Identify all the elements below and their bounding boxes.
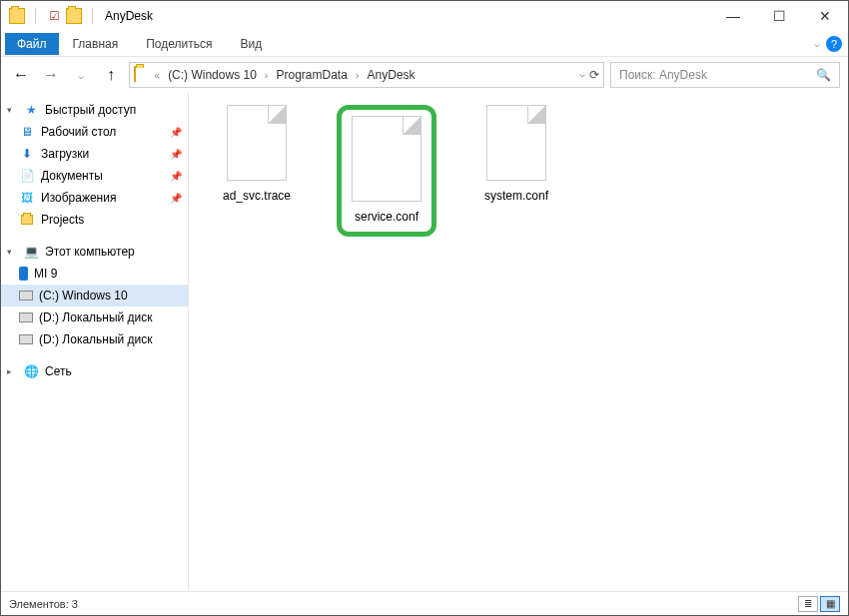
sidebar-item-label: (C:) Windows 10 — [39, 289, 128, 303]
explorer-window: ☑ AnyDesk — ☐ ✕ Файл Главная Поделиться … — [0, 0, 849, 616]
ribbon-tabs: Файл Главная Поделиться Вид ⌵ ? — [1, 31, 848, 57]
address-bar: ← → ⌵ ↑ « (C:) Windows 10 › ProgramData … — [1, 57, 848, 93]
separator — [92, 8, 93, 24]
sidebar-item-label: Быстрый доступ — [45, 103, 136, 117]
search-icon[interactable]: 🔍 — [816, 68, 831, 82]
drive-icon — [19, 291, 33, 301]
folder-icon — [9, 8, 25, 24]
file-item[interactable]: ad_svc.trace — [207, 105, 307, 203]
breadcrumb[interactable]: ProgramData — [272, 68, 351, 82]
network-icon: 🌐 — [23, 363, 39, 379]
address-dropdown-icon[interactable]: ⌵ — [579, 68, 585, 82]
history-dropdown-icon[interactable]: ⌵ — [69, 70, 93, 81]
sidebar-network[interactable]: ▸ 🌐 Сеть — [1, 360, 188, 382]
view-icons-button[interactable]: ▦ — [820, 596, 840, 612]
up-button[interactable]: ↑ — [99, 66, 123, 84]
folder-icon — [134, 67, 150, 83]
sidebar-item-projects[interactable]: Projects — [1, 209, 188, 231]
chevron-right-icon[interactable]: « — [154, 69, 160, 81]
minimize-button[interactable]: — — [710, 1, 756, 31]
back-button[interactable]: ← — [9, 66, 33, 84]
pin-icon: 📌 — [170, 171, 182, 182]
sidebar-item-label: Рабочий стол — [41, 125, 116, 139]
sidebar-item-downloads[interactable]: ⬇Загрузки📌 — [1, 143, 188, 165]
sidebar-item-drive-d[interactable]: (D:) Локальный диск — [1, 307, 188, 328]
address-box[interactable]: « (C:) Windows 10 › ProgramData › AnyDes… — [129, 62, 604, 88]
qat-newfolder-icon[interactable] — [66, 8, 82, 24]
file-icon — [227, 105, 287, 181]
sidebar-quick-access[interactable]: ▾ ★ Быстрый доступ — [1, 99, 188, 121]
separator — [35, 8, 36, 24]
status-bar: Элементов: 3 ≣ ▦ — [1, 591, 848, 615]
sidebar-item-label: MI 9 — [34, 267, 57, 281]
close-button[interactable]: ✕ — [802, 1, 848, 31]
sidebar-item-label: Загрузки — [41, 147, 89, 161]
pc-icon: 💻 — [23, 244, 39, 260]
item-count: Элементов: 3 — [9, 598, 78, 610]
phone-icon — [19, 267, 28, 281]
sidebar-item-label: Projects — [41, 213, 84, 227]
documents-icon: 📄 — [19, 168, 35, 184]
sidebar-item-pictures[interactable]: 🖼Изображения📌 — [1, 187, 188, 209]
qat-properties-icon[interactable]: ☑ — [46, 8, 62, 24]
file-menu[interactable]: Файл — [5, 33, 59, 55]
title-bar: ☑ AnyDesk — ☐ ✕ — [1, 1, 848, 31]
file-list: ad_svc.trace service.conf system.conf — [189, 93, 848, 591]
caret-down-icon[interactable]: ▾ — [7, 247, 17, 257]
caret-down-icon[interactable]: ▾ — [7, 105, 17, 115]
caret-right-icon[interactable]: ▸ — [7, 366, 17, 376]
sidebar-item-drive-d2[interactable]: (D:) Локальный диск — [1, 328, 188, 350]
sidebar-this-pc[interactable]: ▾ 💻 Этот компьютер — [1, 241, 188, 263]
ribbon-expand-icon[interactable]: ⌵ — [814, 38, 820, 49]
file-icon — [352, 116, 422, 202]
file-name: system.conf — [484, 189, 548, 203]
sidebar-item-label: Сеть — [45, 364, 72, 378]
navigation-pane: ▾ ★ Быстрый доступ 🖥Рабочий стол📌 ⬇Загру… — [1, 93, 189, 591]
breadcrumb[interactable]: AnyDesk — [364, 68, 420, 82]
maximize-button[interactable]: ☐ — [756, 1, 802, 31]
file-name: ad_svc.trace — [223, 189, 291, 203]
help-icon[interactable]: ? — [826, 36, 842, 52]
sidebar-item-documents[interactable]: 📄Документы📌 — [1, 165, 188, 187]
chevron-right-icon[interactable]: › — [265, 69, 269, 81]
file-item[interactable]: system.conf — [466, 105, 566, 203]
forward-button[interactable]: → — [39, 66, 63, 84]
search-placeholder: Поиск: AnyDesk — [619, 68, 707, 82]
sidebar-item-label: Изображения — [41, 191, 116, 205]
search-input[interactable]: Поиск: AnyDesk 🔍 — [610, 62, 840, 88]
file-item-highlighted[interactable]: service.conf — [337, 105, 436, 237]
sidebar-item-label: Этот компьютер — [45, 245, 135, 259]
drive-icon — [19, 334, 33, 344]
file-name: service.conf — [355, 210, 419, 224]
pin-icon: 📌 — [170, 127, 182, 138]
pin-icon: 📌 — [170, 193, 182, 204]
pictures-icon: 🖼 — [19, 190, 35, 206]
window-title: AnyDesk — [105, 9, 710, 23]
sidebar-item-label: (D:) Локальный диск — [39, 332, 153, 346]
folder-icon — [19, 212, 35, 228]
drive-icon — [19, 312, 33, 322]
tab-share[interactable]: Поделиться — [132, 33, 226, 55]
chevron-right-icon[interactable]: › — [356, 69, 360, 81]
sidebar-item-drive-c[interactable]: (C:) Windows 10 — [1, 285, 188, 307]
sidebar-item-device[interactable]: MI 9 — [1, 263, 188, 285]
highlight-frame: service.conf — [337, 105, 436, 237]
pin-icon: 📌 — [170, 149, 182, 160]
star-icon: ★ — [23, 102, 39, 118]
refresh-icon[interactable]: ⟳ — [589, 68, 599, 82]
tab-home[interactable]: Главная — [59, 33, 133, 55]
breadcrumb[interactable]: (C:) Windows 10 — [164, 68, 261, 82]
sidebar-item-desktop[interactable]: 🖥Рабочий стол📌 — [1, 121, 188, 143]
tab-view[interactable]: Вид — [226, 33, 276, 55]
view-details-button[interactable]: ≣ — [798, 596, 818, 612]
sidebar-item-label: (D:) Локальный диск — [39, 310, 153, 324]
file-icon — [486, 105, 546, 181]
sidebar-item-label: Документы — [41, 169, 103, 183]
download-icon: ⬇ — [19, 146, 35, 162]
desktop-icon: 🖥 — [19, 124, 35, 140]
